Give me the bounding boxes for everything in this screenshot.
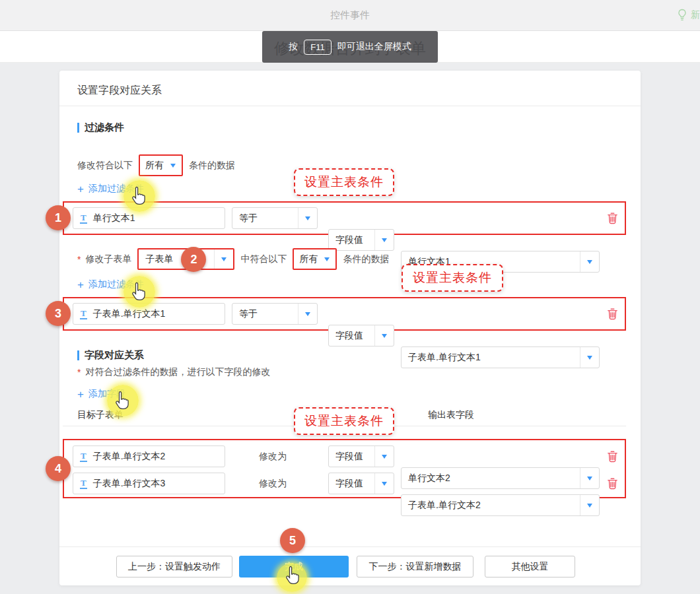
plus-icon: + xyxy=(77,183,84,195)
value-type-select[interactable]: 字段值 xyxy=(328,446,394,467)
delete-icon[interactable] xyxy=(607,308,618,320)
filter-field-value: 子表单.单行文本1 xyxy=(93,308,166,320)
text-field-icon: T xyxy=(80,309,87,319)
text-field-icon: T xyxy=(80,213,87,224)
subform-select[interactable]: 子表单 2 xyxy=(137,248,234,270)
required-mark: * xyxy=(77,367,81,378)
subform-suffix-label: 条件的数据 xyxy=(343,253,389,265)
hand-cursor-icon xyxy=(285,566,300,585)
chevron-down-icon xyxy=(382,238,387,242)
column-header-output-field: 输出表字段 xyxy=(428,409,474,421)
condition-prefix-label: 修改符合以下 xyxy=(77,160,133,172)
subform-condition-line: * 修改子表单 子表单 2 中符合以下 所有 条件的数据 xyxy=(77,248,389,270)
chevron-down-icon xyxy=(587,356,592,360)
mapping-section-heading: 字段对应关系 xyxy=(77,349,144,362)
operator-value: 等于 xyxy=(232,213,298,224)
subform-match-mode-value: 所有 xyxy=(294,253,324,265)
hand-cursor-icon xyxy=(131,186,147,206)
value-type-value: 字段值 xyxy=(329,451,374,463)
delete-icon[interactable] xyxy=(607,477,618,490)
chevron-down-icon xyxy=(221,257,227,261)
chevron-down-icon xyxy=(587,260,592,264)
step-badge-4: 4 xyxy=(46,456,71,481)
mapping-heading-label: 字段对应关系 xyxy=(85,349,144,362)
annotation-set-main-table-condition-2: 设置主表条件 xyxy=(402,264,503,292)
field-mapping-rows: T 子表单.单行文本2 修改为 字段值 单行文本2 T 子表单.单行文本3 xyxy=(63,439,626,498)
match-mode-value: 所有 xyxy=(140,160,170,172)
filter-field-input[interactable]: T 单行文本1 xyxy=(73,207,225,229)
mapping-description-line: * 对符合过滤条件的数据，进行以下字段的修改 xyxy=(77,362,270,382)
step-badge-2: 2 xyxy=(181,247,206,272)
section-bar-icon xyxy=(77,350,79,360)
chevron-down-icon xyxy=(324,257,330,261)
required-mark: * xyxy=(77,254,81,265)
match-mode-select[interactable]: 所有 xyxy=(139,154,183,176)
header-divider xyxy=(59,106,641,106)
value-select[interactable]: 子表单.单行文本1 xyxy=(401,346,600,368)
prev-step-button[interactable]: 上一步：设置触发动作 xyxy=(116,556,232,578)
target-field-input[interactable]: T 子表单.单行文本2 xyxy=(73,446,225,467)
mapping-description: 对符合过滤条件的数据，进行以下字段的修改 xyxy=(85,366,270,378)
chevron-down-icon xyxy=(382,482,387,486)
fullscreen-exit-toast: 按 F11 即可退出全屏模式 xyxy=(262,31,438,63)
target-field-value: 子表单.单行文本3 xyxy=(93,478,166,490)
modal-title: 设置字段对应关系 xyxy=(77,84,162,98)
subform-middle-label: 中符合以下 xyxy=(240,253,287,265)
output-field-select[interactable]: 子表单.单行文本2 xyxy=(401,494,600,516)
other-settings-button[interactable]: 其他设置 xyxy=(485,556,575,578)
operator-select[interactable]: 等于 xyxy=(232,207,318,229)
text-field-icon: T xyxy=(80,451,87,462)
filter-section-heading: 过滤条件 xyxy=(77,121,124,134)
next-step-button[interactable]: 下一步：设置新增数据 xyxy=(357,556,473,578)
mapping-row: T 子表单.单行文本3 修改为 字段值 子表单.单行文本2 xyxy=(64,473,625,494)
beginner-guide-label: 新手 xyxy=(691,9,700,21)
step-badge-1: 1 xyxy=(46,205,71,230)
modify-to-label: 修改为 xyxy=(259,446,287,467)
value-type-select[interactable]: 字段值 xyxy=(328,325,394,346)
chevron-down-icon xyxy=(382,455,387,459)
hand-cursor-icon xyxy=(114,391,130,411)
modify-to-label: 修改为 xyxy=(259,473,287,494)
condition-suffix-label: 条件的数据 xyxy=(189,160,235,172)
value-type-value: 字段值 xyxy=(329,478,374,490)
plus-icon: + xyxy=(77,279,84,290)
section-bar-icon xyxy=(77,123,79,133)
page-header-title: 控件事件 xyxy=(0,9,700,22)
target-field-input[interactable]: T 子表单.单行文本3 xyxy=(73,473,225,494)
target-field-value: 子表单.单行文本2 xyxy=(93,451,166,463)
toast-suffix: 即可退出全屏模式 xyxy=(337,41,411,53)
filter-heading-label: 过滤条件 xyxy=(85,121,124,134)
toast-prefix: 按 xyxy=(289,41,298,53)
subform-label: 修改子表单 xyxy=(85,253,131,265)
step-badge-3: 3 xyxy=(46,301,71,326)
footer-divider xyxy=(59,546,641,547)
topbar: 控件事件 新手 xyxy=(0,0,700,31)
main-filter-condition-line: 修改符合以下 所有 条件的数据 xyxy=(77,154,235,176)
operator-select[interactable]: 等于 xyxy=(232,303,318,325)
annotation-set-main-table-condition-3: 设置主表条件 xyxy=(294,407,394,435)
f11-key-badge: F11 xyxy=(304,40,331,55)
chevron-down-icon xyxy=(305,216,310,220)
value-value: 子表单.单行文本1 xyxy=(402,352,580,364)
lightbulb-icon xyxy=(677,9,687,22)
delete-icon[interactable] xyxy=(607,450,618,463)
beginner-guide-link[interactable]: 新手 xyxy=(677,9,700,22)
filter-field-value: 单行文本1 xyxy=(93,213,135,224)
step-badge-5: 5 xyxy=(280,528,305,553)
mapping-row: T 子表单.单行文本2 修改为 字段值 单行文本2 xyxy=(64,446,625,467)
chevron-down-icon xyxy=(382,334,387,338)
chevron-down-icon xyxy=(170,164,176,168)
chevron-down-icon xyxy=(587,504,592,508)
delete-icon[interactable] xyxy=(607,212,618,224)
value-type-value: 字段值 xyxy=(329,234,374,246)
filter-field-input[interactable]: T 子表单.单行文本1 xyxy=(73,303,225,325)
field-mapping-modal: 设置字段对应关系 过滤条件 修改符合以下 所有 条件的数据 + 添加过滤条件 设… xyxy=(59,71,641,585)
subform-match-mode-select[interactable]: 所有 xyxy=(293,248,337,270)
chevron-down-icon xyxy=(305,312,310,316)
value-type-select[interactable]: 字段值 xyxy=(328,473,394,494)
annotation-set-main-table-condition-1: 设置主表条件 xyxy=(294,168,394,196)
plus-icon: + xyxy=(77,389,84,400)
output-field-value: 子表单.单行文本2 xyxy=(402,500,580,512)
text-field-icon: T xyxy=(80,478,87,489)
hand-cursor-icon xyxy=(131,282,147,302)
